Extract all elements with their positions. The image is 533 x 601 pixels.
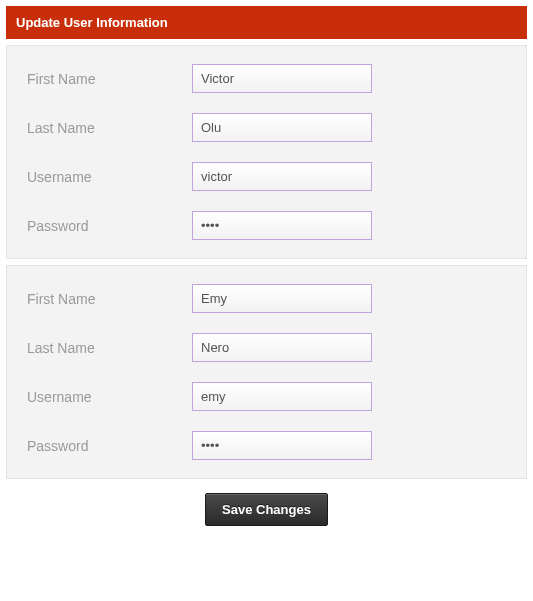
password-input[interactable] <box>192 211 372 240</box>
last-name-input[interactable] <box>192 113 372 142</box>
username-input[interactable] <box>192 162 372 191</box>
user-card: First Name Last Name Username Password <box>6 265 527 479</box>
save-button[interactable]: Save Changes <box>205 493 328 526</box>
user-card: First Name Last Name Username Password <box>6 45 527 259</box>
first-name-input[interactable] <box>192 284 372 313</box>
password-label: Password <box>17 218 192 234</box>
form-row: Username <box>17 162 516 191</box>
form-row: Last Name <box>17 333 516 362</box>
update-user-page: Update User Information First Name Last … <box>0 0 533 538</box>
form-row: Password <box>17 431 516 460</box>
form-row: First Name <box>17 64 516 93</box>
form-row: Password <box>17 211 516 240</box>
last-name-input[interactable] <box>192 333 372 362</box>
form-row: Last Name <box>17 113 516 142</box>
username-label: Username <box>17 389 192 405</box>
panel-header: Update User Information <box>6 6 527 39</box>
first-name-label: First Name <box>17 71 192 87</box>
form-row: Username <box>17 382 516 411</box>
last-name-label: Last Name <box>17 120 192 136</box>
form-row: First Name <box>17 284 516 313</box>
password-input[interactable] <box>192 431 372 460</box>
username-label: Username <box>17 169 192 185</box>
first-name-input[interactable] <box>192 64 372 93</box>
username-input[interactable] <box>192 382 372 411</box>
panel-title: Update User Information <box>16 15 168 30</box>
last-name-label: Last Name <box>17 340 192 356</box>
first-name-label: First Name <box>17 291 192 307</box>
action-row: Save Changes <box>6 493 527 526</box>
password-label: Password <box>17 438 192 454</box>
